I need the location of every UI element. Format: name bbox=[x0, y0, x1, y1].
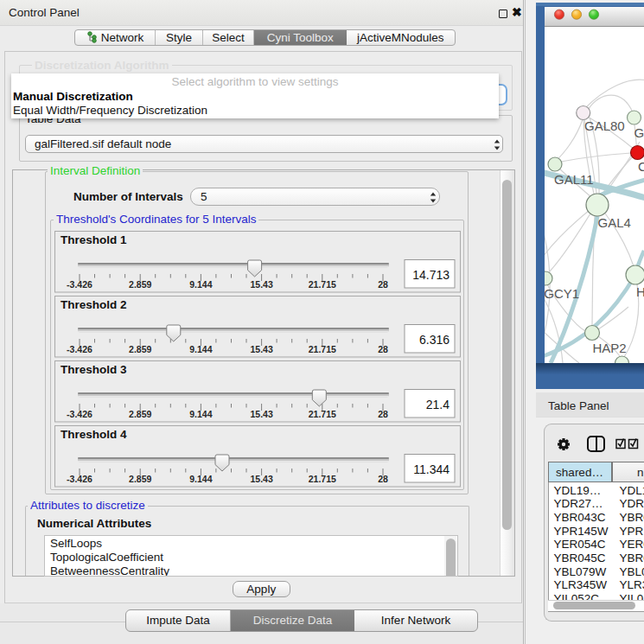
svg-text:HAP2: HAP2 bbox=[593, 341, 627, 355]
svg-text:C: C bbox=[638, 159, 644, 174]
svg-text:GAL11: GAL11 bbox=[554, 172, 594, 187]
svg-text:GAL80: GAL80 bbox=[584, 118, 625, 133]
svg-text:Threshold 2: Threshold 2 bbox=[61, 298, 127, 311]
svg-text:GA: GA bbox=[634, 125, 644, 140]
svg-text:GCY1: GCY1 bbox=[545, 286, 579, 301]
svg-text:6.316: 6.316 bbox=[419, 333, 450, 347]
svg-text:21.4: 21.4 bbox=[426, 398, 450, 411]
svg-text:11.344: 11.344 bbox=[413, 462, 450, 476]
svg-text:GAL4: GAL4 bbox=[598, 215, 631, 230]
svg-text:14.713: 14.713 bbox=[412, 268, 450, 282]
svg-text:Threshold 3: Threshold 3 bbox=[61, 363, 127, 376]
svg-text:Threshold 1: Threshold 1 bbox=[61, 233, 127, 246]
svg-text:H: H bbox=[636, 284, 644, 299]
svg-text:Threshold 4: Threshold 4 bbox=[61, 428, 127, 441]
